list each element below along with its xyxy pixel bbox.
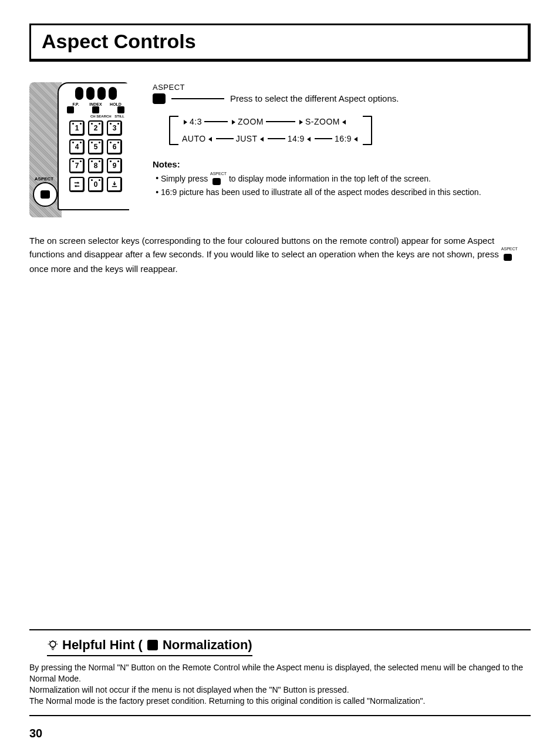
keypad-8: 8 bbox=[88, 158, 103, 173]
keypad-5: 5 bbox=[88, 139, 103, 155]
keypad-1: 1 bbox=[69, 120, 85, 136]
keypad-6: 6 bbox=[107, 139, 122, 155]
normal-button-icon bbox=[147, 640, 158, 650]
hint-paragraph: By pressing the Normal "N" Button on the… bbox=[29, 662, 531, 684]
hint-paragraph: Normalization will not occur if the menu… bbox=[29, 684, 531, 696]
notes-list: Simply press ASPECT to display mode info… bbox=[153, 172, 531, 198]
keypad-3: 3 bbox=[107, 120, 122, 136]
hint-paragraph: The Normal mode is the factory preset co… bbox=[29, 696, 531, 707]
square-button-icon bbox=[92, 106, 99, 113]
aspect-label: ASPECT bbox=[153, 82, 531, 93]
remote-label-chsearch: CH SEARCH bbox=[90, 115, 112, 118]
body-paragraph: The on screen selector keys (correspondi… bbox=[29, 235, 531, 275]
bulb-icon bbox=[47, 639, 59, 652]
remote-label-still: STILL bbox=[114, 115, 124, 118]
divider bbox=[29, 715, 531, 716]
aspect-flowchart: 4:3 ZOOM S-ZOOM AUTO JUST 14: bbox=[169, 115, 531, 146]
aspect-button-highlight bbox=[33, 182, 58, 207]
remote-label-hold: HOLD bbox=[106, 102, 126, 106]
flow-item: ZOOM bbox=[238, 116, 264, 127]
keypad-7: 7 bbox=[69, 158, 85, 173]
square-button-icon bbox=[117, 106, 124, 113]
aspect-press-text: Press to select the different Aspect opt… bbox=[230, 93, 399, 105]
remote-illustration: F.P. INDEX HOLD CH SEARCH STILL bbox=[29, 82, 129, 217]
flow-item: AUTO bbox=[182, 133, 206, 145]
note-line: Simply press bbox=[161, 173, 208, 183]
mini-aspect-label: ASPECT bbox=[210, 172, 227, 176]
flow-item: JUST bbox=[236, 133, 258, 145]
note-line: to display mode information in the top l… bbox=[229, 173, 431, 183]
notes-heading: Notes: bbox=[153, 159, 531, 170]
keypad-loop bbox=[69, 177, 85, 192]
remote-label-fp: F.P. bbox=[66, 102, 86, 106]
keypad-enter bbox=[107, 177, 122, 192]
hint-title: Helpful Hint (Normalization) bbox=[47, 637, 252, 656]
color-button-icon bbox=[75, 87, 83, 100]
page-number: 30 bbox=[29, 727, 531, 740]
mini-aspect-label: ASPECT bbox=[501, 247, 518, 251]
flow-item: 14:9 bbox=[288, 133, 305, 145]
flow-item: S-ZOOM bbox=[305, 116, 340, 127]
color-button-icon bbox=[86, 87, 95, 100]
color-button-icon bbox=[97, 87, 106, 100]
flow-item: 4:3 bbox=[190, 116, 202, 127]
aspect-button-icon bbox=[153, 93, 166, 104]
aspect-button-icon bbox=[504, 254, 512, 261]
keypad-0: 0 bbox=[88, 177, 103, 192]
aspect-button-label: ASPECT bbox=[29, 176, 59, 182]
keypad-9: 9 bbox=[107, 158, 122, 173]
section-title: Aspect Controls bbox=[42, 30, 517, 53]
color-button-icon bbox=[109, 87, 117, 100]
keypad-2: 2 bbox=[88, 120, 103, 136]
aspect-button-icon bbox=[212, 178, 221, 185]
section-title-box: Aspect Controls bbox=[29, 24, 531, 62]
keypad-4: 4 bbox=[69, 139, 85, 155]
flow-item: 16:9 bbox=[335, 133, 352, 145]
note-line: 16:9 picture has been used to illustrate… bbox=[161, 187, 531, 198]
divider bbox=[29, 629, 531, 630]
remote-label-index: INDEX bbox=[86, 102, 106, 106]
svg-point-0 bbox=[50, 642, 56, 647]
square-button-icon bbox=[67, 106, 74, 113]
leader-line bbox=[171, 98, 224, 99]
